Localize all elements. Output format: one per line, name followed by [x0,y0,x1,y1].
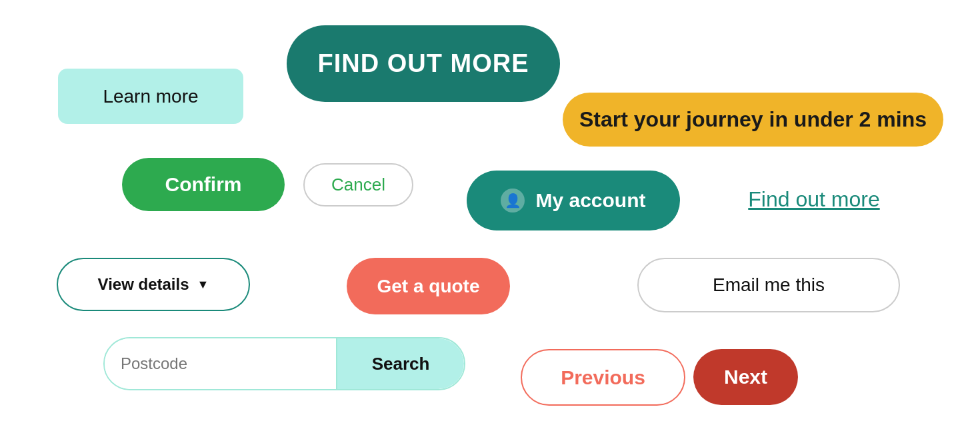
page-container: Learn more FIND OUT MORE Start your jour… [0,0,980,427]
start-journey-button[interactable]: Start your journey in under 2 mins [563,93,943,147]
view-details-label: View details [98,275,189,294]
learn-more-button[interactable]: Learn more [58,69,243,124]
email-me-button[interactable]: Email me this [637,258,900,312]
cancel-button[interactable]: Cancel [303,163,413,207]
get-quote-button[interactable]: Get a quote [347,258,510,314]
account-icon: 👤 [501,189,525,213]
find-out-more-link[interactable]: Find out more [699,171,929,228]
next-button[interactable]: Next [693,349,798,405]
my-account-button[interactable]: 👤 My account [467,171,680,230]
confirm-button[interactable]: Confirm [122,158,285,211]
view-details-button[interactable]: View details ▼ [57,258,250,311]
chevron-down-icon: ▼ [197,278,209,292]
postcode-input[interactable] [105,338,336,389]
search-button[interactable]: Search [336,338,464,389]
search-container: Search [103,337,465,390]
my-account-label: My account [535,189,645,212]
find-out-more-big-button[interactable]: FIND OUT MORE [287,25,560,102]
previous-button[interactable]: Previous [521,349,685,406]
